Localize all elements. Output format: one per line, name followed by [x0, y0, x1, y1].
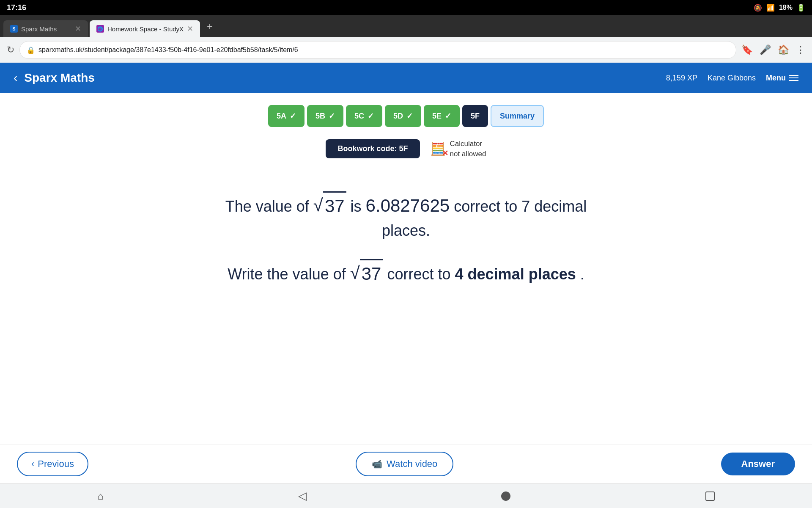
- bookwork-bar: Bookwork code: 5F 🧮 ✕ Calculator not all…: [0, 135, 812, 166]
- question-write: Write the value of: [228, 265, 350, 282]
- question-correct-to: correct to 7 decimal: [454, 197, 587, 215]
- tab-5f-label: 5F: [471, 112, 480, 121]
- tab-sparx-close[interactable]: ✕: [75, 24, 81, 33]
- browser-chrome: S Sparx Maths ✕ 🌐 Homework Space - Study…: [0, 15, 812, 63]
- tab-5a-label: 5A: [277, 112, 286, 121]
- tab-5e-label: 5E: [432, 112, 442, 121]
- sqrt-37-display-2: √37: [350, 259, 383, 287]
- given-value: 6.0827625: [366, 195, 450, 215]
- sqrt-37-display: √37: [313, 191, 346, 219]
- question-correct-to-2: correct to: [387, 265, 455, 282]
- tab-5c-label: 5C: [354, 112, 364, 121]
- wifi-icon: 📶: [766, 4, 775, 12]
- more-options-icon[interactable]: ⋮: [796, 44, 805, 55]
- tab-5c-check: ✓: [368, 111, 374, 121]
- tab-5d-check: ✓: [406, 111, 413, 121]
- previous-button[interactable]: ‹ Previous: [17, 452, 88, 476]
- device-home-icon[interactable]: ⌂: [97, 490, 104, 502]
- battery-icon: 🔋: [797, 4, 805, 12]
- video-icon: 📹: [372, 459, 382, 469]
- notification-icon: 🔕: [754, 4, 762, 12]
- answer-button[interactable]: Answer: [721, 453, 795, 475]
- tab-5f[interactable]: 5F: [462, 105, 488, 127]
- previous-label: Previous: [38, 458, 74, 469]
- user-name: Kane Gibbons: [708, 74, 756, 83]
- watch-video-button[interactable]: 📹 Watch video: [356, 452, 453, 476]
- calculator-status: not allowed: [450, 150, 486, 158]
- header-right: 8,159 XP Kane Gibbons Menu: [666, 74, 798, 83]
- tab-sparx-maths[interactable]: S Sparx Maths ✕: [3, 20, 88, 37]
- question-period: .: [580, 265, 584, 282]
- question-intro: The value of: [225, 197, 313, 215]
- calculator-notice: 🧮 ✕ Calculator not allowed: [430, 139, 486, 159]
- hamburger-icon: [789, 75, 798, 81]
- tab-5c[interactable]: 5C ✓: [346, 105, 382, 127]
- question-bold-part: 4 decimal places: [455, 265, 576, 282]
- question-line1: The value of √37 is 6.0827625 correct to…: [127, 191, 685, 242]
- tab-5a[interactable]: 5A ✓: [268, 105, 304, 127]
- progress-tabs: 5A ✓ 5B ✓ 5C ✓ 5D ✓ 5E ✓ 5F Summary: [0, 93, 812, 135]
- sqrt-radicand-1: 37: [323, 191, 346, 219]
- tab-5e[interactable]: 5E ✓: [424, 105, 460, 127]
- tab-homework[interactable]: 🌐 Homework Space - StudyX ✕: [90, 20, 200, 37]
- sqrt-symbol: √: [313, 192, 323, 218]
- question-line2: Write the value of √37 correct to 4 deci…: [127, 259, 685, 287]
- tab-5b-label: 5B: [315, 112, 325, 121]
- tab-5d[interactable]: 5D ✓: [385, 105, 421, 127]
- tab-5e-check: ✓: [445, 111, 451, 121]
- home-page-icon[interactable]: 🏠: [778, 44, 789, 55]
- tab-5b-check: ✓: [329, 111, 335, 121]
- address-field[interactable]: 🔒 sparxmaths.uk/student/package/387e1433…: [19, 41, 736, 59]
- tab-homework-close[interactable]: ✕: [187, 24, 193, 33]
- prev-chevron: ‹: [31, 458, 34, 469]
- bookwork-code-label: Bookwork code: 5F: [337, 144, 408, 153]
- watch-video-label: Watch video: [387, 458, 437, 469]
- answer-label: Answer: [741, 458, 775, 469]
- tab-5a-check: ✓: [290, 111, 296, 121]
- main-content: The value of √37 is 6.0827625 correct to…: [110, 166, 702, 321]
- calculator-label: Calculator: [450, 140, 483, 148]
- menu-button[interactable]: Menu: [766, 74, 798, 83]
- study-favicon: 🌐: [96, 25, 104, 33]
- tab-homework-label: Homework Space - StudyX: [107, 25, 184, 33]
- battery-indicator: 18%: [779, 4, 793, 11]
- bottom-nav: ‹ Previous 📹 Watch video Answer: [0, 444, 812, 483]
- question-is: is: [351, 197, 366, 215]
- microphone-icon[interactable]: 🎤: [760, 44, 771, 55]
- address-bar: ↻ 🔒 sparxmaths.uk/student/package/387e14…: [0, 37, 812, 63]
- status-bar: 17:16 🔕 📶 18% 🔋: [0, 0, 812, 15]
- calculator-text: Calculator not allowed: [450, 139, 486, 159]
- new-tab-button[interactable]: +: [203, 20, 216, 32]
- tab-5b[interactable]: 5B ✓: [307, 105, 343, 127]
- tab-bar: S Sparx Maths ✕ 🌐 Homework Space - Study…: [0, 15, 812, 37]
- app-logo: Sparx Maths: [24, 71, 666, 85]
- calculator-icon: 🧮 ✕: [430, 141, 446, 156]
- tab-sparx-label: Sparx Maths: [21, 25, 57, 33]
- lock-icon: 🔒: [27, 46, 35, 54]
- device-back-icon[interactable]: ◁: [298, 489, 307, 502]
- url-display: sparxmaths.uk/student/package/387e1433-f…: [38, 46, 729, 54]
- device-bottom-bar: ⌂ ◁: [0, 483, 812, 508]
- sparx-favicon: S: [10, 25, 18, 33]
- menu-label: Menu: [766, 74, 786, 83]
- device-square-icon[interactable]: [705, 491, 715, 501]
- bookwork-code-button[interactable]: Bookwork code: 5F: [326, 139, 420, 158]
- app-header: ‹ Sparx Maths 8,159 XP Kane Gibbons Menu: [0, 63, 812, 93]
- sqrt-symbol-2: √: [350, 260, 360, 286]
- device-recents-icon[interactable]: [501, 491, 510, 501]
- tab-5d-label: 5D: [393, 112, 403, 121]
- status-time: 17:16: [7, 3, 26, 12]
- calculator-x-icon: ✕: [442, 149, 448, 158]
- tab-summary-label: Summary: [500, 112, 535, 121]
- question-places: places.: [382, 222, 430, 239]
- refresh-button[interactable]: ↻: [7, 44, 14, 55]
- xp-display: 8,159 XP: [666, 74, 697, 83]
- tab-summary[interactable]: Summary: [491, 105, 544, 127]
- sqrt-radicand-2: 37: [360, 259, 383, 287]
- bookmark-icon[interactable]: 🔖: [741, 44, 753, 55]
- back-button[interactable]: ‹: [14, 71, 17, 85]
- browser-actions: 🔖 🎤 🏠 ⋮: [741, 44, 805, 55]
- status-icons: 🔕 📶 18% 🔋: [754, 4, 805, 12]
